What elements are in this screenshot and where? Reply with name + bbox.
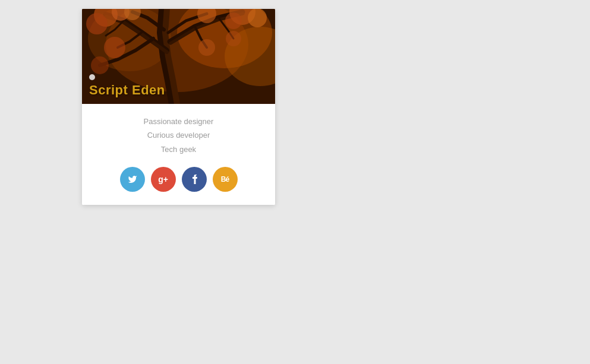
card-taglines: Passionate designer Curious developer Te… [89,115,268,156]
card-dot [89,74,95,80]
google-icon: g+ [158,175,168,184]
tagline-1: Passionate designer [89,115,268,128]
card-name: Script Eden [89,83,268,98]
facebook-icon [191,174,197,185]
tagline-2: Curious developer [89,128,268,142]
page-container: Script Eden Passionate designer Curious … [0,0,590,364]
card-image: Script Eden [82,9,275,104]
card-title-area: Script Eden [82,69,275,104]
google-button[interactable]: g+ [151,167,176,192]
tagline-3: Tech geek [89,143,268,156]
profile-card: Script Eden Passionate designer Curious … [82,9,275,205]
behance-icon: Bé [221,175,229,183]
card-body: Passionate designer Curious developer Te… [82,104,275,205]
social-buttons: g+ Bé [89,167,268,192]
behance-button[interactable]: Bé [213,167,238,192]
twitter-icon [128,175,137,184]
twitter-button[interactable] [120,167,145,192]
facebook-button[interactable] [182,167,207,192]
